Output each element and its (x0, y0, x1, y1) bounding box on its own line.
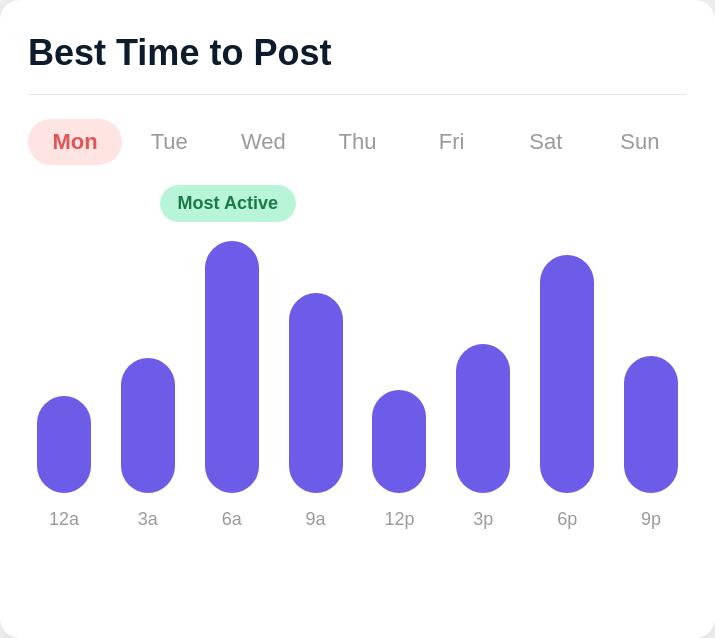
card: Best Time to Post MonTueWedThuFriSatSun … (0, 0, 715, 638)
x-label-12a: 12a (28, 509, 100, 530)
day-tab-tue[interactable]: Tue (122, 119, 216, 165)
x-label-12p: 12p (364, 509, 436, 530)
bar-6p[interactable] (540, 255, 594, 493)
page-title: Best Time to Post (28, 32, 687, 74)
bar-wrapper-12p (364, 241, 436, 493)
bar-9a[interactable] (289, 293, 343, 493)
x-label-3p: 3p (447, 509, 519, 530)
x-label-9p: 9p (615, 509, 687, 530)
chart-area: Most Active 12a3a6a9a12p3p6p9p (28, 193, 687, 610)
bar-wrapper-9a (280, 241, 352, 493)
bar-wrapper-3a (112, 241, 184, 493)
x-label-6a: 6a (196, 509, 268, 530)
bar-wrapper-6a (196, 241, 268, 493)
bar-12a[interactable] (37, 396, 91, 493)
day-tab-sun[interactable]: Sun (593, 119, 687, 165)
bar-wrapper-9p (615, 241, 687, 493)
x-label-3a: 3a (112, 509, 184, 530)
bar-wrapper-6p (531, 241, 603, 493)
x-label-6p: 6p (531, 509, 603, 530)
x-labels: 12a3a6a9a12p3p6p9p (28, 509, 687, 530)
day-tab-fri[interactable]: Fri (405, 119, 499, 165)
x-label-9a: 9a (280, 509, 352, 530)
bar-3p[interactable] (456, 344, 510, 493)
bar-wrapper-12a (28, 241, 100, 493)
bar-3a[interactable] (121, 358, 175, 493)
day-tab-wed[interactable]: Wed (216, 119, 310, 165)
divider (28, 94, 687, 95)
bar-wrapper-3p (447, 241, 519, 493)
bar-6a[interactable] (205, 241, 259, 493)
bar-9p[interactable] (624, 356, 678, 493)
day-tab-thu[interactable]: Thu (310, 119, 404, 165)
bar-12p[interactable] (372, 390, 426, 493)
bars-container (28, 193, 687, 493)
day-tab-sat[interactable]: Sat (499, 119, 593, 165)
most-active-badge: Most Active (160, 185, 296, 222)
days-row: MonTueWedThuFriSatSun (28, 119, 687, 165)
day-tab-mon[interactable]: Mon (28, 119, 122, 165)
